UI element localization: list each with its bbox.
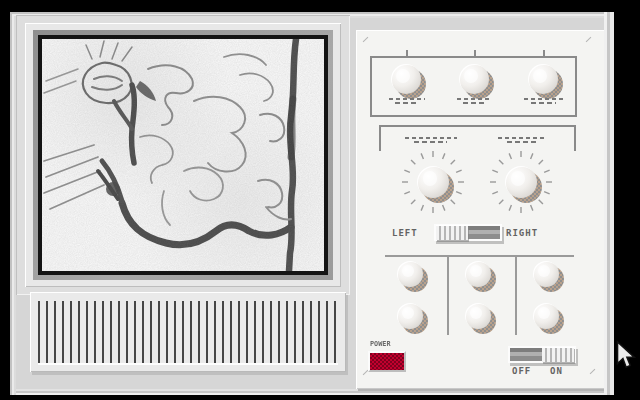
- illegible-section-label: [498, 137, 546, 139]
- knob-face: [397, 261, 423, 287]
- knob-face: [533, 303, 559, 329]
- knob-face: [417, 166, 449, 198]
- knob-face: [465, 261, 491, 287]
- knob-face: [528, 64, 558, 94]
- grid-section-line: [385, 255, 574, 257]
- illegible-knob-label: [524, 98, 564, 100]
- knob-top-2[interactable]: [459, 64, 489, 94]
- power-switch-on-label: ON: [550, 366, 563, 376]
- screen-root: LEFT RIGHT POWER OFF ON: [0, 0, 640, 400]
- knob-face: [533, 261, 559, 287]
- tv-screen: [42, 39, 324, 271]
- edge-highlight: [610, 12, 614, 395]
- grid-divider: [447, 255, 449, 335]
- balance-right-label: RIGHT: [506, 228, 538, 238]
- speaker-grille: [30, 292, 346, 372]
- knob-top-1[interactable]: [391, 64, 421, 94]
- power-switch[interactable]: [508, 346, 576, 363]
- switch-handle[interactable]: [542, 347, 574, 362]
- knob-grid-2[interactable]: [465, 261, 491, 287]
- knob-face: [397, 303, 423, 329]
- power-switch-off-label: OFF: [512, 366, 531, 376]
- tuning-knob-1[interactable]: [417, 166, 449, 198]
- tuning-knob-2[interactable]: [505, 166, 537, 198]
- balance-slider[interactable]: [434, 224, 502, 241]
- knob-top-3[interactable]: [528, 64, 558, 94]
- slider-handle[interactable]: [436, 225, 468, 240]
- knob-face: [391, 64, 421, 94]
- knob-grid-4[interactable]: [397, 303, 423, 329]
- power-indicator-light: [368, 351, 406, 372]
- knob-grid-5[interactable]: [465, 303, 491, 329]
- illegible-knob-label: [389, 98, 425, 100]
- speaker-slats: [38, 301, 338, 365]
- knob-grid-3[interactable]: [533, 261, 559, 287]
- illegible-section-label: [405, 137, 457, 139]
- power-label: POWER: [370, 340, 390, 348]
- frame-tick: [406, 50, 408, 58]
- knob-grid-6[interactable]: [533, 303, 559, 329]
- frame-tick: [474, 50, 476, 58]
- angiogram-image: [42, 39, 324, 271]
- illegible-knob-label: [457, 98, 491, 100]
- grid-divider: [515, 255, 517, 335]
- slider-track: [466, 226, 500, 239]
- knob-face: [505, 166, 537, 198]
- mouse-cursor: [616, 340, 636, 370]
- frame-tick: [543, 50, 545, 58]
- balance-left-label: LEFT: [392, 228, 418, 238]
- knob-face: [459, 64, 489, 94]
- knob-grid-1[interactable]: [397, 261, 423, 287]
- knob-face: [465, 303, 491, 329]
- switch-track: [510, 348, 544, 361]
